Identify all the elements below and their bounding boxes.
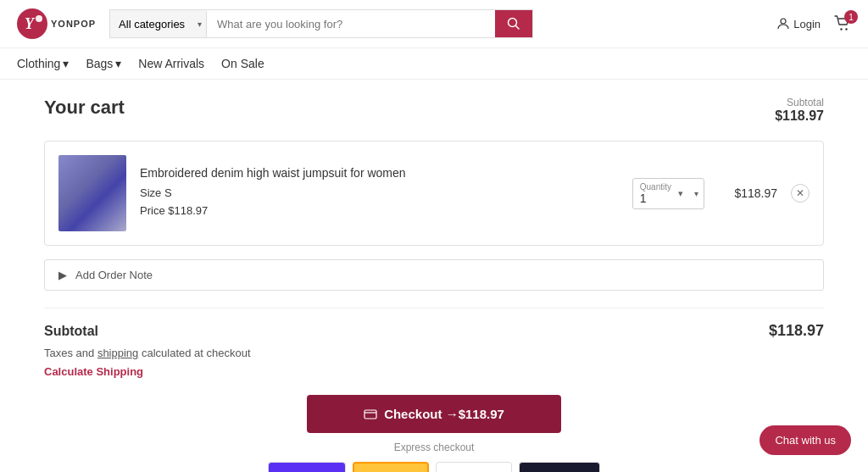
svg-rect-8	[364, 410, 376, 419]
checkout-section: Checkout →$118.97 Express checkout shopP…	[44, 395, 824, 472]
nav-item-on-sale[interactable]: On Sale	[221, 57, 264, 70]
order-note-label: Add Order Note	[75, 269, 153, 281]
size-value: S	[164, 186, 172, 199]
tax-note: Taxes and shipping calculated at checkou…	[44, 347, 824, 359]
svg-line-4	[516, 26, 520, 30]
nav-new-arrivals-label: New Arrivals	[138, 57, 204, 70]
item-details: Embroidered denim high waist jumpsuit fo…	[140, 166, 619, 220]
tax-note-text: Taxes and	[44, 347, 97, 359]
item-name: Embroidered denim high waist jumpsuit fo…	[140, 166, 619, 180]
nav-item-new-arrivals[interactable]: New Arrivals	[138, 57, 204, 70]
price-label: Price	[140, 204, 168, 217]
svg-point-7	[845, 28, 847, 30]
order-note-play-icon: ▶	[58, 269, 67, 281]
logo[interactable]: Y YONPOP	[17, 8, 96, 39]
order-note-bar[interactable]: ▶ Add Order Note	[44, 259, 824, 291]
price-value: $118.97	[168, 204, 208, 217]
header-actions: Login 1	[776, 15, 851, 32]
paypal-button[interactable]: PayPal	[353, 462, 429, 472]
header: Y YONPOP All categories	[0, 0, 868, 48]
checkout-button[interactable]: Checkout →$118.97	[307, 395, 561, 433]
svg-point-2	[36, 15, 42, 22]
subtotal-row: Subtotal $118.97	[44, 322, 824, 340]
quantity-label: Quantity	[640, 182, 671, 192]
category-select-wrap: All categories	[110, 10, 207, 37]
credit-card-icon	[364, 409, 377, 419]
subtotal-top: Subtotal $118.97	[775, 97, 824, 124]
calculate-shipping-button[interactable]: Calculate Shipping	[44, 365, 143, 378]
subtotal-section: Subtotal $118.97 Taxes and shipping calc…	[44, 322, 824, 378]
item-image	[58, 155, 126, 231]
item-size: Size S	[140, 185, 619, 203]
chat-button[interactable]: Chat with us	[760, 425, 851, 455]
bags-chevron-icon: ▾	[115, 57, 121, 70]
subtotal-section-amount: $118.97	[769, 322, 824, 340]
nav-on-sale-label: On Sale	[221, 57, 264, 70]
item-controls: Quantity 1 ▾ $118.97 ✕	[632, 178, 810, 209]
search-icon	[507, 17, 520, 31]
clothing-chevron-icon: ▾	[63, 57, 69, 70]
subtotal-top-label: Subtotal	[775, 97, 824, 108]
remove-item-button[interactable]: ✕	[791, 184, 810, 203]
googlepay-button[interactable]: G Pay	[436, 462, 512, 472]
quantity-selector[interactable]: Quantity 1 ▾	[632, 178, 704, 209]
subtotal-top-amount: $118.97	[775, 108, 824, 124]
cart-badge: 1	[844, 10, 858, 24]
payment-buttons: shopPay PayPal G Pay ∞ MetaPay	[268, 462, 599, 472]
search-input[interactable]	[207, 10, 495, 37]
cart-divider	[44, 308, 824, 308]
express-label: Express checkout	[394, 441, 475, 453]
svg-point-5	[781, 19, 786, 24]
nav-item-bags[interactable]: Bags ▾	[86, 57, 121, 70]
item-price-meta: Price $118.97	[140, 203, 619, 220]
nav: Clothing ▾ Bags ▾ New Arrivals On Sale	[0, 48, 868, 80]
chat-label: Chat with us	[775, 434, 836, 447]
cart-button[interactable]: 1	[834, 15, 851, 32]
category-select[interactable]: All categories	[110, 11, 207, 37]
login-label: Login	[793, 18, 821, 31]
nav-clothing-label: Clothing	[17, 57, 60, 70]
item-line-price: $118.97	[718, 186, 777, 200]
search-bar: All categories	[109, 9, 533, 38]
quantity-value: 1	[640, 192, 671, 205]
svg-point-6	[840, 28, 842, 30]
user-icon	[776, 17, 790, 31]
tax-note-text2: calculated at checkout	[138, 347, 250, 359]
nav-item-clothing[interactable]: Clothing ▾	[17, 57, 69, 70]
shipping-link[interactable]: shipping	[97, 347, 138, 359]
login-link[interactable]: Login	[776, 17, 821, 31]
nav-bags-label: Bags	[86, 57, 113, 70]
search-button[interactable]	[495, 10, 532, 37]
cart-header: Your cart Subtotal $118.97	[44, 97, 824, 124]
size-label: Size	[140, 186, 164, 199]
cart-item: Embroidered denim high waist jumpsuit fo…	[44, 141, 824, 246]
shoppay-button[interactable]: shopPay	[268, 462, 346, 472]
subtotal-section-label: Subtotal	[44, 324, 98, 339]
metapay-button[interactable]: ∞ MetaPay	[519, 462, 599, 472]
cart-title: Your cart	[44, 97, 125, 119]
logo-text: YONPOP	[51, 19, 96, 29]
main-content: Your cart Subtotal $118.97 Embroidered d…	[0, 80, 868, 472]
checkout-btn-label: Checkout →$118.97	[384, 407, 504, 421]
quantity-chevron-icon: ▾	[678, 188, 683, 199]
